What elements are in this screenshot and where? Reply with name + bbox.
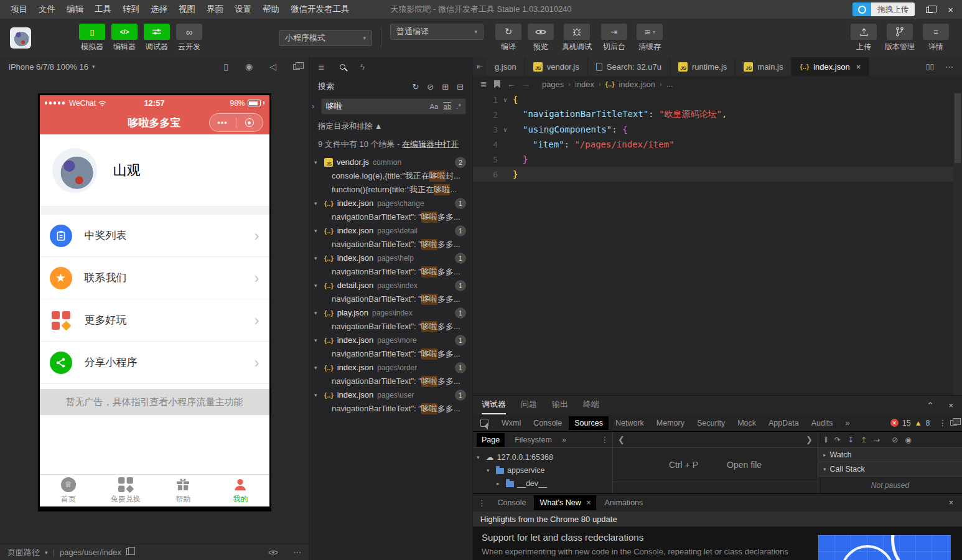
devtools-tab[interactable]: Mock: [732, 416, 762, 430]
search-file-row[interactable]: ▾ {..} index.json pages\change 1: [309, 197, 472, 210]
warning-count[interactable]: 8: [926, 419, 930, 427]
step-into-icon[interactable]: ↧: [848, 436, 854, 444]
menu-item-more-fun[interactable]: 更多好玩 ›: [40, 299, 269, 342]
devtools-tab[interactable]: Network: [610, 416, 650, 430]
search-icon[interactable]: [340, 62, 345, 72]
remote-debug-button[interactable]: 真机调试: [557, 24, 597, 52]
file-list-icon[interactable]: ≣: [318, 62, 325, 72]
simulator-toggle[interactable]: ▯ 模拟器: [76, 24, 108, 52]
whole-word-icon[interactable]: ab: [444, 103, 452, 110]
close-panel-icon[interactable]: ×: [948, 401, 953, 410]
search-match-row[interactable]: navigationBarTitleText": "哆啦多多...: [309, 210, 472, 224]
fold-icon[interactable]: ∨: [498, 126, 513, 133]
search-match-row[interactable]: navigationBarTitleText": "哆啦多多...: [309, 265, 472, 279]
outline-list-icon[interactable]: ≣: [480, 80, 487, 89]
tab-help[interactable]: 帮助: [154, 475, 212, 506]
more-actions-icon[interactable]: ⋯: [945, 62, 953, 72]
search-file-row[interactable]: ▾ {..} play.json pages\index 1: [309, 306, 472, 320]
match-case-icon[interactable]: Aa: [429, 103, 438, 110]
error-count[interactable]: 15: [902, 419, 911, 427]
more-options-icon[interactable]: ⋯: [293, 548, 301, 557]
account-avatar[interactable]: [10, 27, 31, 49]
collapse-results-icon[interactable]: ⊟: [457, 82, 464, 91]
hide-navigator-icon[interactable]: ❮: [618, 435, 625, 444]
preview-button[interactable]: 预览: [525, 24, 557, 52]
menu-item-share[interactable]: 分享小程序 ›: [40, 342, 269, 384]
open-new-search-editor-icon[interactable]: ⊞: [442, 82, 449, 91]
navigate-back-icon[interactable]: ←: [507, 80, 515, 89]
editor-tab[interactable]: Search: 32.u7u: [588, 57, 670, 76]
editor-scrollbar[interactable]: [953, 92, 962, 395]
capsule-menu[interactable]: •••: [209, 113, 263, 132]
bookmark-icon[interactable]: [494, 80, 500, 88]
search-dir-toggle[interactable]: 指定目录和排除 ▲: [318, 121, 464, 132]
search-input[interactable]: [326, 102, 382, 111]
tree-item-origin[interactable]: ▾☁ 127.0.0.1:65368: [473, 450, 612, 464]
menu-item[interactable]: 视图: [173, 2, 201, 16]
code-editor[interactable]: 1∨{ 2"navigationBarTitleText": "欧皇源码论坛",…: [473, 92, 962, 395]
tab-home[interactable]: ♕ 首页: [40, 475, 97, 506]
search-file-row[interactable]: ▾ JS vendor.js common 2: [309, 156, 472, 169]
chevron-down-icon[interactable]: ▾: [45, 549, 48, 556]
drawer-tab[interactable]: Animations: [599, 495, 648, 510]
devtools-tab[interactable]: Memory: [651, 416, 690, 430]
debugger-tab[interactable]: 输出: [552, 396, 568, 414]
search-match-row[interactable]: navigationBarTitleText": "哆啦多多...: [309, 292, 472, 306]
close-window-icon[interactable]: ×: [944, 4, 957, 15]
tree-item-dev[interactable]: ▸ __dev__: [473, 477, 612, 490]
call-stack-section[interactable]: ▾Call Stack: [818, 462, 962, 477]
debugger-toggle[interactable]: 调试器: [141, 24, 173, 52]
mode-dropdown[interactable]: 小程序模式 ▾: [279, 30, 372, 46]
editor-tab[interactable]: JS vendor.js: [525, 57, 588, 76]
debugger-tab[interactable]: 调试器: [482, 396, 506, 414]
inspect-element-icon[interactable]: [480, 419, 488, 427]
version-control-button[interactable]: 版本管理: [880, 24, 920, 52]
editor-tab[interactable]: {..} index.json ×: [792, 57, 869, 76]
devtools-tab[interactable]: Security: [691, 416, 731, 430]
clear-cache-button[interactable]: ≋▾ 清缓存: [632, 24, 668, 52]
search-file-row[interactable]: ▾ {..} index.json pages\help 1: [309, 251, 472, 265]
regex-icon[interactable]: .*: [456, 103, 461, 110]
collapse-panel-icon[interactable]: ⌃: [927, 401, 934, 410]
drawer-tab[interactable]: Console: [492, 495, 532, 510]
record-icon[interactable]: ◉: [245, 62, 253, 72]
upload-button[interactable]: 上传: [848, 24, 880, 52]
devtools-tab[interactable]: AppData: [763, 416, 805, 430]
editor-tab[interactable]: JS runtime.js: [670, 57, 736, 76]
menu-item[interactable]: 选择: [145, 2, 173, 16]
tab-free-exchange[interactable]: 免费兑换: [97, 475, 154, 506]
page-path-label[interactable]: 页面路径: [7, 547, 40, 558]
search-match-row[interactable]: navigationBarTitleText": "哆啦多多...: [309, 320, 472, 334]
close-drawer-icon[interactable]: ×: [949, 498, 957, 507]
menu-item[interactable]: 帮助: [257, 2, 285, 16]
device-selector[interactable]: iPhone 6/7/8 100% 16 ▾: [9, 62, 95, 72]
step-icon[interactable]: ⇢: [874, 436, 880, 444]
rotate-device-icon[interactable]: ▯: [223, 62, 228, 72]
search-file-row[interactable]: ▾ {..} index.json pages\more 1: [309, 334, 472, 347]
clear-results-icon[interactable]: ⊘: [427, 82, 434, 91]
undock-icon[interactable]: [950, 419, 957, 427]
watch-section[interactable]: ▸Watch: [818, 448, 962, 462]
search-match-row[interactable]: navigationBarTitleText": "哆啦多多...: [309, 347, 472, 361]
search-match-row[interactable]: navigationBarTitleText": "哆啦多多...: [309, 238, 472, 251]
details-button[interactable]: ≡ 详情: [920, 24, 952, 52]
deactivate-breakpoints-icon[interactable]: ⊘: [892, 436, 898, 444]
step-out-icon[interactable]: ↥: [861, 436, 867, 444]
menu-item-contact-us[interactable]: ★ 联系我们 ›: [40, 257, 269, 299]
search-file-row[interactable]: ▾ {..} index.json pages\order 1: [309, 361, 472, 375]
search-match-row[interactable]: navigationBarTitleText": "哆啦多多...: [309, 375, 472, 388]
menu-item[interactable]: 界面: [201, 2, 229, 16]
compile-button[interactable]: ↻ 编译: [492, 24, 525, 52]
search-match-row[interactable]: function(){return{title:"我正在哆啦...: [309, 183, 472, 197]
restore-window-icon[interactable]: [922, 4, 936, 15]
search-input-box[interactable]: Aa ab .*: [321, 98, 466, 114]
mute-icon[interactable]: ◁: [269, 62, 276, 72]
tree-item-appservice[interactable]: ▾ appservice: [473, 464, 612, 477]
more-tabs-icon[interactable]: »: [562, 436, 566, 444]
drawer-menu-icon[interactable]: ⋮: [478, 498, 486, 508]
search-match-row[interactable]: navigationBarTitleText": "哆啦多多...: [309, 402, 472, 416]
eye-icon[interactable]: [268, 549, 278, 556]
pause-on-exceptions-icon[interactable]: ◉: [905, 436, 911, 444]
devtools-tab[interactable]: Audits: [806, 416, 839, 430]
open-file-label[interactable]: Open file: [727, 460, 762, 470]
